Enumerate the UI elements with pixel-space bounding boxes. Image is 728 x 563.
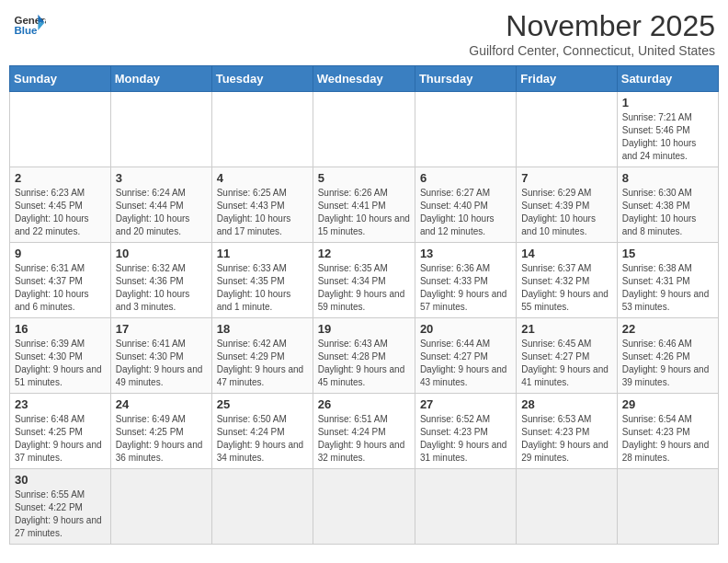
day-number: 12 <box>318 247 410 260</box>
day-number: 18 <box>217 322 308 336</box>
title-area: November 2025 Guilford Center, Connectic… <box>469 9 715 58</box>
calendar-cell <box>415 92 516 167</box>
svg-text:Blue: Blue <box>14 25 38 36</box>
day-info: Sunrise: 6:37 AM Sunset: 4:32 PM Dayligh… <box>521 262 611 314</box>
calendar-cell: 5Sunrise: 6:26 AM Sunset: 4:41 PM Daylig… <box>313 167 415 243</box>
calendar-cell <box>415 469 516 545</box>
day-info: Sunrise: 6:26 AM Sunset: 4:41 PM Dayligh… <box>318 187 410 238</box>
calendar-cell <box>517 469 617 545</box>
calendar-week-2: 2Sunrise: 6:23 AM Sunset: 4:45 PM Daylig… <box>10 167 719 243</box>
month-title: November 2025 <box>469 9 715 43</box>
day-info: Sunrise: 6:25 AM Sunset: 4:43 PM Dayligh… <box>217 187 308 238</box>
calendar-cell <box>110 92 211 167</box>
day-number: 22 <box>622 322 713 336</box>
day-number: 26 <box>318 397 410 411</box>
calendar-cell: 28Sunrise: 6:53 AM Sunset: 4:23 PM Dayli… <box>517 394 617 469</box>
day-number: 21 <box>521 322 611 336</box>
day-number: 14 <box>521 247 611 260</box>
column-header-friday: Friday <box>517 66 617 92</box>
calendar-week-6: 30Sunrise: 6:55 AM Sunset: 4:22 PM Dayli… <box>10 469 719 545</box>
calendar-cell: 3Sunrise: 6:24 AM Sunset: 4:44 PM Daylig… <box>110 167 211 243</box>
day-info: Sunrise: 6:36 AM Sunset: 4:33 PM Dayligh… <box>420 262 511 314</box>
calendar-cell <box>211 469 313 545</box>
calendar-cell <box>517 92 617 167</box>
calendar-cell: 10Sunrise: 6:32 AM Sunset: 4:36 PM Dayli… <box>110 243 211 318</box>
day-number: 25 <box>217 397 308 411</box>
day-number: 24 <box>116 397 207 411</box>
day-number: 10 <box>116 247 207 260</box>
day-info: Sunrise: 6:23 AM Sunset: 4:45 PM Dayligh… <box>15 187 106 238</box>
calendar-cell: 22Sunrise: 6:46 AM Sunset: 4:26 PM Dayli… <box>617 318 718 394</box>
day-number: 9 <box>15 247 106 260</box>
location-subtitle: Guilford Center, Connecticut, United Sta… <box>469 43 715 58</box>
column-header-monday: Monday <box>110 66 211 92</box>
calendar-cell <box>10 92 111 167</box>
calendar-cell: 29Sunrise: 6:54 AM Sunset: 4:23 PM Dayli… <box>617 394 718 469</box>
calendar-cell: 1Sunrise: 7:21 AM Sunset: 5:46 PM Daylig… <box>617 92 718 167</box>
calendar-cell: 6Sunrise: 6:27 AM Sunset: 4:40 PM Daylig… <box>415 167 516 243</box>
day-info: Sunrise: 6:44 AM Sunset: 4:27 PM Dayligh… <box>420 338 511 389</box>
column-header-tuesday: Tuesday <box>211 66 313 92</box>
day-info: Sunrise: 6:39 AM Sunset: 4:30 PM Dayligh… <box>15 338 106 389</box>
day-info: Sunrise: 6:50 AM Sunset: 4:24 PM Dayligh… <box>217 413 308 465</box>
day-number: 5 <box>318 171 410 185</box>
day-number: 29 <box>622 397 713 411</box>
day-number: 7 <box>521 171 611 185</box>
calendar-cell: 7Sunrise: 6:29 AM Sunset: 4:39 PM Daylig… <box>517 167 617 243</box>
calendar-week-3: 9Sunrise: 6:31 AM Sunset: 4:37 PM Daylig… <box>10 243 719 318</box>
day-info: Sunrise: 6:32 AM Sunset: 4:36 PM Dayligh… <box>116 262 207 314</box>
calendar-cell: 24Sunrise: 6:49 AM Sunset: 4:25 PM Dayli… <box>110 394 211 469</box>
day-number: 6 <box>420 171 511 185</box>
calendar-cell <box>313 92 415 167</box>
calendar-cell: 2Sunrise: 6:23 AM Sunset: 4:45 PM Daylig… <box>10 167 111 243</box>
day-number: 20 <box>420 322 511 336</box>
day-info: Sunrise: 6:51 AM Sunset: 4:24 PM Dayligh… <box>318 413 410 465</box>
calendar-table: SundayMondayTuesdayWednesdayThursdayFrid… <box>9 65 719 545</box>
column-header-sunday: Sunday <box>10 66 111 92</box>
day-info: Sunrise: 6:54 AM Sunset: 4:23 PM Dayligh… <box>622 413 713 465</box>
day-number: 28 <box>521 397 611 411</box>
day-info: Sunrise: 6:30 AM Sunset: 4:38 PM Dayligh… <box>622 187 713 238</box>
day-info: Sunrise: 6:24 AM Sunset: 4:44 PM Dayligh… <box>116 187 207 238</box>
day-info: Sunrise: 6:55 AM Sunset: 4:22 PM Dayligh… <box>15 488 106 540</box>
day-number: 15 <box>622 247 713 260</box>
day-info: Sunrise: 6:41 AM Sunset: 4:30 PM Dayligh… <box>116 338 207 389</box>
calendar-cell <box>313 469 415 545</box>
day-info: Sunrise: 6:33 AM Sunset: 4:35 PM Dayligh… <box>217 262 308 314</box>
calendar-cell: 15Sunrise: 6:38 AM Sunset: 4:31 PM Dayli… <box>617 243 718 318</box>
day-number: 4 <box>217 171 308 185</box>
calendar-header-row: SundayMondayTuesdayWednesdayThursdayFrid… <box>10 66 719 92</box>
calendar-cell: 13Sunrise: 6:36 AM Sunset: 4:33 PM Dayli… <box>415 243 516 318</box>
calendar-cell: 17Sunrise: 6:41 AM Sunset: 4:30 PM Dayli… <box>110 318 211 394</box>
calendar-cell: 19Sunrise: 6:43 AM Sunset: 4:28 PM Dayli… <box>313 318 415 394</box>
page-header: General Blue November 2025 Guilford Cent… <box>9 9 719 58</box>
day-info: Sunrise: 6:38 AM Sunset: 4:31 PM Dayligh… <box>622 262 713 314</box>
calendar-week-5: 23Sunrise: 6:48 AM Sunset: 4:25 PM Dayli… <box>10 394 719 469</box>
day-number: 11 <box>217 247 308 260</box>
day-info: Sunrise: 6:49 AM Sunset: 4:25 PM Dayligh… <box>116 413 207 465</box>
calendar-cell: 23Sunrise: 6:48 AM Sunset: 4:25 PM Dayli… <box>10 394 111 469</box>
calendar-cell: 4Sunrise: 6:25 AM Sunset: 4:43 PM Daylig… <box>211 167 313 243</box>
calendar-cell: 21Sunrise: 6:45 AM Sunset: 4:27 PM Dayli… <box>517 318 617 394</box>
calendar-cell: 16Sunrise: 6:39 AM Sunset: 4:30 PM Dayli… <box>10 318 111 394</box>
day-number: 16 <box>15 322 106 336</box>
calendar-cell: 12Sunrise: 6:35 AM Sunset: 4:34 PM Dayli… <box>313 243 415 318</box>
day-info: Sunrise: 6:48 AM Sunset: 4:25 PM Dayligh… <box>15 413 106 465</box>
day-number: 2 <box>15 171 106 185</box>
column-header-saturday: Saturday <box>617 66 718 92</box>
day-info: Sunrise: 6:43 AM Sunset: 4:28 PM Dayligh… <box>318 338 410 389</box>
day-number: 19 <box>318 322 410 336</box>
logo-icon: General Blue <box>13 9 46 42</box>
calendar-cell <box>617 469 718 545</box>
calendar-cell: 20Sunrise: 6:44 AM Sunset: 4:27 PM Dayli… <box>415 318 516 394</box>
column-header-wednesday: Wednesday <box>313 66 415 92</box>
day-number: 8 <box>622 171 713 185</box>
day-info: Sunrise: 6:31 AM Sunset: 4:37 PM Dayligh… <box>15 262 106 314</box>
day-info: Sunrise: 7:21 AM Sunset: 5:46 PM Dayligh… <box>622 111 713 163</box>
calendar-cell: 25Sunrise: 6:50 AM Sunset: 4:24 PM Dayli… <box>211 394 313 469</box>
calendar-cell <box>110 469 211 545</box>
calendar-cell: 27Sunrise: 6:52 AM Sunset: 4:23 PM Dayli… <box>415 394 516 469</box>
calendar-week-1: 1Sunrise: 7:21 AM Sunset: 5:46 PM Daylig… <box>10 92 719 167</box>
calendar-cell: 26Sunrise: 6:51 AM Sunset: 4:24 PM Dayli… <box>313 394 415 469</box>
day-number: 17 <box>116 322 207 336</box>
